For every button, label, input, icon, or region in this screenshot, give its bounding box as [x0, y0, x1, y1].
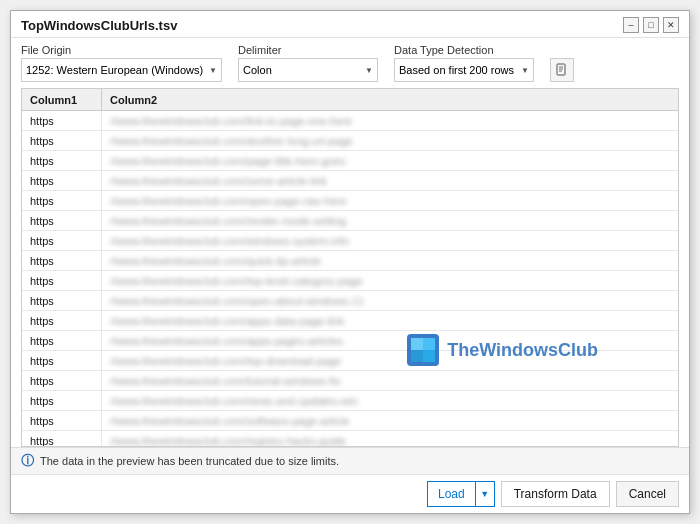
table-row: https //www.thewindowsclub.com/registry-… — [22, 431, 678, 446]
cell-col1: https — [22, 251, 102, 270]
data-type-group: Data Type Detection Based on first 200 r… — [394, 44, 534, 82]
table-row: https //www.thewindowsclub.com/open-page… — [22, 191, 678, 211]
svg-marker-8 — [423, 350, 435, 362]
load-dropdown-button[interactable]: ▼ — [475, 481, 495, 507]
watermark: TheWindowsClub — [407, 334, 598, 366]
table-row: https //www.thewindowsclub.com/top-level… — [22, 271, 678, 291]
delimiter-arrow-icon: ▼ — [365, 66, 373, 75]
table-row: https //www.thewindowsclub.com/tutorial-… — [22, 371, 678, 391]
table-row: https //www.thewindowsclub.com/render-mo… — [22, 211, 678, 231]
cell-col1: https — [22, 391, 102, 410]
status-bar: ⓘ The data in the preview has been trunc… — [11, 447, 689, 474]
cell-col2: //www.thewindowsclub.com/some-article-li… — [102, 171, 678, 190]
window-controls: – □ ✕ — [623, 17, 679, 33]
load-button[interactable]: Load — [427, 481, 476, 507]
transform-data-button[interactable]: Transform Data — [501, 481, 610, 507]
load-button-group: Load ▼ — [427, 481, 495, 507]
svg-marker-5 — [411, 338, 423, 350]
cell-col1: https — [22, 131, 102, 150]
status-message: The data in the preview has been truncat… — [40, 455, 339, 467]
cell-col2: //www.thewindowsclub.com/page-title-here… — [102, 151, 678, 170]
cell-col2: //www.thewindowsclub.com/another-long-ur… — [102, 131, 678, 150]
column2-header: Column2 — [102, 89, 678, 110]
cell-col1: https — [22, 311, 102, 330]
delimiter-group: Delimiter Colon ▼ — [238, 44, 378, 82]
delimiter-label: Delimiter — [238, 44, 378, 56]
file-icon — [555, 63, 569, 77]
cell-col2: //www.thewindowsclub.com/registry-hacks-… — [102, 431, 678, 446]
svg-rect-0 — [557, 64, 565, 75]
cell-col1: https — [22, 211, 102, 230]
table-row: https //www.thewindowsclub.com/page-titl… — [22, 151, 678, 171]
table-row: https //www.thewindowsclub.com/quick-tip… — [22, 251, 678, 271]
data-type-arrow-icon: ▼ — [521, 66, 529, 75]
table-row: https //www.thewindowsclub.com/windows-s… — [22, 231, 678, 251]
cell-col2: //www.thewindowsclub.com/open-about-wind… — [102, 291, 678, 310]
cell-col2: //www.thewindowsclub.com/quick-tip-artic… — [102, 251, 678, 270]
cell-col2: //www.thewindowsclub.com/render-mode-set… — [102, 211, 678, 230]
cell-col1: https — [22, 291, 102, 310]
window-title: TopWindowsClubUrls.tsv — [21, 18, 177, 33]
cell-col2: //www.thewindowsclub.com/open-page-nav-h… — [102, 191, 678, 210]
table-row: https //www.thewindowsclub.com/apps-data… — [22, 311, 678, 331]
close-button[interactable]: ✕ — [663, 17, 679, 33]
data-type-label: Data Type Detection — [394, 44, 534, 56]
main-window: TopWindowsClubUrls.tsv – □ ✕ File Origin… — [10, 10, 690, 514]
cell-col2: //www.thewindowsclub.com/top-level-categ… — [102, 271, 678, 290]
cell-col1: https — [22, 371, 102, 390]
footer-bar: Load ▼ Transform Data Cancel — [11, 474, 689, 513]
controls-bar: File Origin 1252: Western European (Wind… — [11, 38, 689, 88]
cell-col2: //www.thewindowsclub.com/apps-data-page-… — [102, 311, 678, 330]
cell-col1: https — [22, 191, 102, 210]
table-row: https //www.thewindowsclub.com/news-and-… — [22, 391, 678, 411]
table-body[interactable]: https //www.thewindowsclub.com/link-to-p… — [22, 111, 678, 446]
watermark-logo-icon — [407, 334, 439, 366]
cell-col1: https — [22, 411, 102, 430]
cell-col2: //www.thewindowsclub.com/tutorial-window… — [102, 371, 678, 390]
table-row: https //www.thewindowsclub.com/another-l… — [22, 131, 678, 151]
cell-col1: https — [22, 271, 102, 290]
data-table: Column1 Column2 https //www.thewindowscl… — [21, 88, 679, 447]
settings-icon-button[interactable] — [550, 58, 574, 82]
cell-col2: //www.thewindowsclub.com/news-and-update… — [102, 391, 678, 410]
title-bar: TopWindowsClubUrls.tsv – □ ✕ — [11, 11, 689, 38]
delimiter-select[interactable]: Colon ▼ — [238, 58, 378, 82]
info-icon: ⓘ — [21, 452, 34, 470]
cell-col1: https — [22, 431, 102, 446]
svg-marker-7 — [411, 350, 423, 362]
column1-header: Column1 — [22, 89, 102, 110]
watermark-text: TheWindowsClub — [447, 340, 598, 361]
table-header: Column1 Column2 — [22, 89, 678, 111]
file-origin-label: File Origin — [21, 44, 222, 56]
table-row: https //www.thewindowsclub.com/open-abou… — [22, 291, 678, 311]
cell-col2: //www.thewindowsclub.com/windows-system-… — [102, 231, 678, 250]
cell-col1: https — [22, 111, 102, 130]
cell-col2: //www.thewindowsclub.com/software-page-a… — [102, 411, 678, 430]
file-origin-group: File Origin 1252: Western European (Wind… — [21, 44, 222, 82]
table-row: https //www.thewindowsclub.com/some-arti… — [22, 171, 678, 191]
file-origin-select[interactable]: 1252: Western European (Windows) ▼ — [21, 58, 222, 82]
table-row: https //www.thewindowsclub.com/link-to-p… — [22, 111, 678, 131]
cancel-button[interactable]: Cancel — [616, 481, 679, 507]
minimize-button[interactable]: – — [623, 17, 639, 33]
cell-col2: //www.thewindowsclub.com/link-to-page-on… — [102, 111, 678, 130]
cell-col1: https — [22, 351, 102, 370]
cell-col1: https — [22, 231, 102, 250]
data-type-select[interactable]: Based on first 200 rows ▼ — [394, 58, 534, 82]
table-row: https //www.thewindowsclub.com/software-… — [22, 411, 678, 431]
cell-col1: https — [22, 331, 102, 350]
cell-col1: https — [22, 171, 102, 190]
maximize-button[interactable]: □ — [643, 17, 659, 33]
cell-col1: https — [22, 151, 102, 170]
file-origin-arrow-icon: ▼ — [209, 66, 217, 75]
svg-marker-6 — [423, 338, 435, 350]
